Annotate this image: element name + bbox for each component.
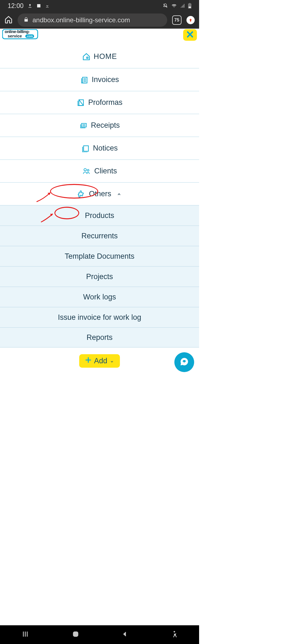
menu-label: Others xyxy=(89,190,111,198)
tab-count-value: 75 xyxy=(174,18,179,23)
submenu-label: Projects xyxy=(86,272,113,281)
submenu-label: Reports xyxy=(87,333,113,342)
chat-fab[interactable] xyxy=(174,352,194,372)
browser-toolbar: andbox.online-billing-service.com 75 xyxy=(0,12,199,29)
invoices-icon xyxy=(80,76,88,84)
menu-item-notices[interactable]: Notices xyxy=(0,137,199,159)
submenu-label: Template Documents xyxy=(65,252,134,261)
signal-icon xyxy=(180,3,185,8)
app-header: online-billing- service .com xyxy=(0,29,199,45)
svg-rect-0 xyxy=(189,7,191,8)
chevron-up-icon xyxy=(116,190,122,198)
submenu-label: Work logs xyxy=(83,293,116,301)
svg-text:online-billing-: online-billing- xyxy=(5,29,30,34)
menu-label: Notices xyxy=(93,144,118,152)
svg-text:service: service xyxy=(8,34,22,38)
svg-rect-10 xyxy=(84,146,89,151)
browser-update-icon[interactable] xyxy=(186,16,195,24)
submenu-label: Products xyxy=(85,211,114,220)
annotation-arrow-others xyxy=(35,189,54,203)
submenu-item-issue-worklog[interactable]: Issue invoice for work log xyxy=(0,307,199,327)
submenu-label: Issue invoice for work log xyxy=(58,313,141,322)
menu-item-home[interactable]: HOME xyxy=(0,45,199,68)
menu-item-invoices[interactable]: Invoices xyxy=(0,68,199,91)
chat-icon xyxy=(179,357,189,368)
receipts-icon xyxy=(79,122,87,129)
url-text: andbox.online-billing-service.com xyxy=(32,16,130,24)
lock-icon xyxy=(24,16,29,24)
statusbar-time: 12:00 xyxy=(8,2,24,10)
app-logo[interactable]: online-billing- service .com xyxy=(2,29,39,44)
menu-label: Proformas xyxy=(88,98,123,107)
svg-point-12 xyxy=(87,169,89,171)
menu-label: Clients xyxy=(94,167,117,175)
android-statusbar: 12:00 xyxy=(0,0,199,12)
submenu-item-worklogs[interactable]: Work logs xyxy=(0,286,199,307)
browser-home-button[interactable] xyxy=(4,15,13,25)
menu-label: HOME xyxy=(94,52,117,61)
clients-icon xyxy=(82,168,91,175)
menu-label: Invoices xyxy=(92,75,119,84)
annotation-circle-products xyxy=(54,207,79,219)
upload-icon xyxy=(28,3,32,8)
svg-rect-6 xyxy=(87,57,88,58)
notices-icon xyxy=(81,144,90,152)
close-icon xyxy=(186,30,194,40)
menu-item-receipts[interactable]: Receipts xyxy=(0,114,199,137)
menu-item-clients[interactable]: Clients xyxy=(0,159,199,182)
submenu-item-templates[interactable]: Template Documents xyxy=(0,246,199,266)
add-button-label: Add xyxy=(94,357,107,365)
plus-icon xyxy=(85,356,92,365)
chevron-down-icon xyxy=(109,357,114,365)
submenu-label: Recurrents xyxy=(81,232,118,240)
add-button[interactable]: Add xyxy=(79,354,120,368)
url-bar[interactable]: andbox.online-billing-service.com xyxy=(18,13,167,27)
annotation-arrow-products xyxy=(40,211,56,223)
wifi-icon xyxy=(171,3,177,8)
submenu-item-products[interactable]: Products xyxy=(0,205,199,225)
menu-item-others[interactable]: Others xyxy=(0,182,199,205)
svg-text:.com: .com xyxy=(26,35,33,38)
download-icon xyxy=(45,3,50,8)
svg-point-11 xyxy=(84,168,86,171)
battery-icon xyxy=(188,3,191,9)
picture-icon xyxy=(36,3,41,8)
svg-rect-9 xyxy=(82,123,86,127)
submenu-item-projects[interactable]: Projects xyxy=(0,266,199,286)
submenu-item-reports[interactable]: Reports xyxy=(0,327,199,348)
puzzle-icon xyxy=(77,190,86,198)
home-icon xyxy=(82,53,90,61)
proformas-icon xyxy=(77,99,85,107)
close-menu-button[interactable] xyxy=(183,29,197,41)
menu-label: Receipts xyxy=(91,121,120,130)
submenu-item-recurrents[interactable]: Recurrents xyxy=(0,225,199,246)
main-menu: HOME Invoices Proformas Receipts Notices xyxy=(0,45,199,348)
menu-item-proformas[interactable]: Proformas xyxy=(0,91,199,114)
vibrate-icon xyxy=(162,3,168,8)
tab-count-button[interactable]: 75 xyxy=(172,15,182,25)
